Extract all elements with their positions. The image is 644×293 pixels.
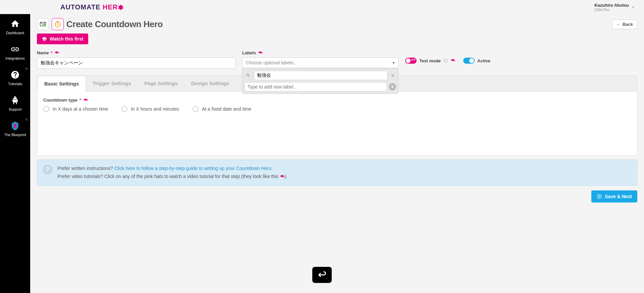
active-group: Active — [463, 58, 490, 64]
toggles-area: OFF Test mode ⓘ Active — [405, 50, 490, 64]
logo-part1: AUTOMATE — [60, 3, 100, 11]
info-line2-prefix: Prefer video tutorials? Click on any of … — [57, 174, 280, 179]
save-row: Save & Next — [37, 190, 637, 202]
labels-label: Labels — [242, 50, 398, 55]
save-label: Save & Next — [605, 194, 632, 199]
blueprint-icon — [10, 121, 20, 131]
clear-icon[interactable]: ✕ — [389, 73, 396, 78]
home-icon — [10, 19, 20, 29]
caret-down-icon: ▾ — [392, 60, 395, 65]
labels-dropdown: ✕ + — [242, 68, 398, 94]
sidebar-item-support[interactable]: Support — [0, 91, 30, 116]
tab-page-settings[interactable]: Page Settings — [138, 76, 184, 91]
name-label: Name * — [37, 50, 235, 55]
page-header: Create Countdown Hero ← Back — [37, 18, 637, 30]
radio-icon — [193, 106, 199, 112]
link-icon — [10, 44, 20, 54]
active-label: Active — [477, 58, 490, 63]
instructions-info-box: ? Prefer written instructions? Click her… — [37, 160, 637, 186]
user-menu[interactable]: Kazuhiro Akutsu CDH Pro ▾ — [594, 3, 634, 12]
watch-button[interactable]: Watch this first — [37, 34, 88, 44]
required-mark: * — [51, 50, 52, 55]
test-mode-group: OFF Test mode ⓘ — [405, 58, 455, 64]
gear-icon — [118, 4, 124, 10]
app-logo[interactable]: AUTOMATE HER — [60, 3, 124, 11]
sidebar-label-2: Tutorials — [8, 82, 22, 86]
radio-icon — [121, 106, 127, 112]
arrow-left-icon: ← — [616, 22, 621, 27]
labels-add-input[interactable] — [245, 82, 387, 92]
radio-icon — [43, 106, 49, 112]
watch-label: Watch this first — [50, 36, 84, 42]
main-content: Create Countdown Hero ← Back Watch this … — [30, 14, 644, 207]
name-input[interactable] — [37, 57, 235, 69]
active-toggle[interactable] — [463, 58, 475, 64]
search-icon — [245, 73, 252, 78]
hat-icon[interactable] — [450, 58, 455, 63]
labels-placeholder: Choose optional labels... — [246, 60, 297, 65]
countdown-type-radios: In X days at a chosen time In X hours an… — [43, 106, 631, 112]
info-line1-prefix: Prefer written instructions? — [57, 166, 114, 171]
back-label: Back — [623, 22, 633, 27]
external-link-icon: ⇱ — [25, 118, 28, 122]
graduation-cap-icon — [42, 36, 47, 42]
tab-design-settings[interactable]: Design Settings — [184, 76, 236, 91]
test-mode-label: Test mode — [419, 58, 441, 63]
plus-circle-icon[interactable]: + — [389, 83, 396, 91]
hat-icon[interactable] — [83, 98, 88, 103]
top-header: AUTOMATE HER Kazuhiro Akutsu CDH Pro ▾ — [0, 0, 644, 14]
email-hero-icon[interactable] — [37, 18, 49, 30]
sidebar-item-blueprint[interactable]: ⇱ The Blueprint — [0, 116, 30, 141]
form-row: Name * Labels Choose optional labels... … — [37, 50, 637, 69]
info-line1-suffix: . — [271, 166, 273, 171]
sidebar-label-0: Dashboard — [6, 31, 24, 35]
hat-icon — [280, 174, 284, 179]
info-icon[interactable]: ⓘ — [443, 58, 448, 64]
question-circle-icon: ? — [43, 165, 53, 175]
countdown-hero-icon[interactable] — [52, 18, 64, 30]
arrow-right-circle-icon — [597, 194, 602, 199]
name-field-group: Name * — [37, 50, 235, 69]
sidebar-label-4: The Blueprint — [4, 133, 26, 137]
question-icon — [10, 70, 20, 80]
hat-icon[interactable] — [258, 51, 263, 55]
radio-label-2: At a fixed date and time — [202, 106, 251, 112]
radio-option-hours[interactable]: In X hours and minutes — [121, 106, 179, 112]
back-button[interactable]: ← Back — [612, 19, 637, 29]
labels-field-group: Labels Choose optional labels... ▾ ✕ + — [242, 50, 398, 68]
hat-icon[interactable] — [54, 51, 59, 55]
radio-label-0: In X days at a chosen time — [53, 106, 108, 112]
radio-option-fixed[interactable]: At a fixed date and time — [193, 106, 251, 112]
labels-search-input[interactable] — [254, 71, 387, 80]
sidebar-label-3: Support — [9, 107, 22, 111]
required-mark: * — [79, 98, 81, 103]
test-mode-toggle[interactable]: OFF — [405, 58, 417, 64]
external-link-icon: ⇱ — [25, 67, 28, 71]
labels-select[interactable]: Choose optional labels... ▾ — [242, 57, 398, 68]
sidebar-item-integrations[interactable]: Integrations — [0, 40, 30, 65]
info-link[interactable]: Click here to follow a step-by-step guid… — [114, 166, 271, 171]
save-next-button[interactable]: Save & Next — [591, 190, 637, 202]
radio-label-1: In X hours and minutes — [131, 106, 179, 112]
sidebar: Dashboard Integrations ⇱ Tutorials Suppo… — [0, 14, 30, 207]
info-line2-suffix: ). — [284, 174, 287, 179]
countdown-type-label: Countdown type * — [43, 98, 631, 103]
radio-option-days[interactable]: In X days at a chosen time — [43, 106, 108, 112]
chevron-down-icon: ▾ — [632, 5, 634, 9]
support-icon — [10, 95, 20, 105]
sidebar-label-1: Integrations — [5, 56, 24, 60]
sidebar-item-dashboard[interactable]: Dashboard — [0, 14, 30, 40]
tab-trigger-settings[interactable]: Trigger Settings — [86, 76, 138, 91]
tab-content: Countdown type * In X days at a chosen t… — [37, 92, 637, 155]
sidebar-item-tutorials[interactable]: ⇱ Tutorials — [0, 65, 30, 91]
tab-basic-settings[interactable]: Basic Settings — [37, 76, 86, 92]
user-name: Kazuhiro Akutsu — [594, 3, 629, 8]
logo-part2: HER — [103, 3, 118, 11]
svg-rect-2 — [57, 21, 58, 22]
info-text: Prefer written instructions? Click here … — [57, 165, 287, 181]
page-title: Create Countdown Hero — [66, 19, 163, 30]
user-plan: CDH Pro — [594, 8, 629, 12]
